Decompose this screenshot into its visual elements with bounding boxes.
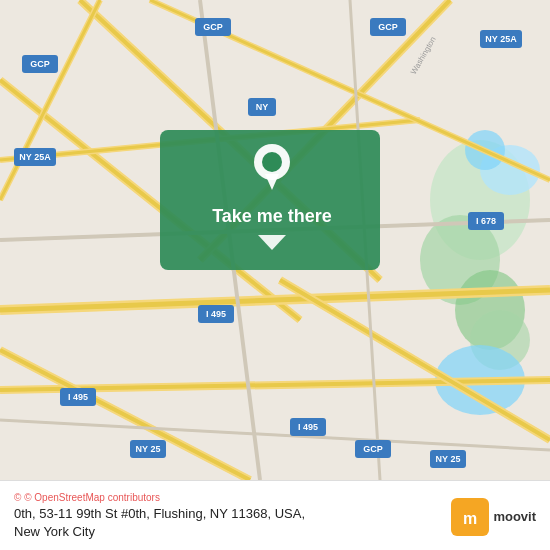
svg-text:I 495: I 495 xyxy=(68,392,88,402)
svg-text:NY 25A: NY 25A xyxy=(485,34,517,44)
svg-text:GCP: GCP xyxy=(378,22,398,32)
address-line2: New York City xyxy=(14,524,95,539)
address-line1: 0th, 53-11 99th St #0th, Flushing, NY 11… xyxy=(14,506,305,521)
osm-copyright-icon: © xyxy=(14,492,21,503)
svg-point-61 xyxy=(262,152,282,172)
osm-link[interactable]: © OpenStreetMap contributors xyxy=(24,492,160,503)
svg-text:I 495: I 495 xyxy=(298,422,318,432)
svg-text:I 495: I 495 xyxy=(206,309,226,319)
moovit-logo[interactable]: m moovit xyxy=(451,498,536,536)
svg-text:m: m xyxy=(463,510,477,527)
map-svg: GCP GCP GCP NY 25A NY 25A NY I 678 I 495… xyxy=(0,0,550,480)
address-text: 0th, 53-11 99th St #0th, Flushing, NY 11… xyxy=(14,505,451,541)
bottom-bar: © © OpenStreetMap contributors 0th, 53-1… xyxy=(0,480,550,550)
moovit-text: moovit xyxy=(493,509,536,524)
svg-text:Take me there: Take me there xyxy=(212,206,332,226)
svg-text:GCP: GCP xyxy=(30,59,50,69)
moovit-icon: m xyxy=(451,498,489,536)
svg-text:GCP: GCP xyxy=(203,22,223,32)
map-container: GCP GCP GCP NY 25A NY 25A NY I 678 I 495… xyxy=(0,0,550,480)
bottom-left: © © OpenStreetMap contributors 0th, 53-1… xyxy=(14,492,451,541)
svg-text:NY 25A: NY 25A xyxy=(19,152,51,162)
svg-text:NY: NY xyxy=(256,102,269,112)
svg-text:GCP: GCP xyxy=(363,444,383,454)
svg-text:NY 25: NY 25 xyxy=(136,444,161,454)
osm-attribution: © © OpenStreetMap contributors xyxy=(14,492,451,503)
svg-text:I 678: I 678 xyxy=(476,216,496,226)
svg-text:NY 25: NY 25 xyxy=(436,454,461,464)
